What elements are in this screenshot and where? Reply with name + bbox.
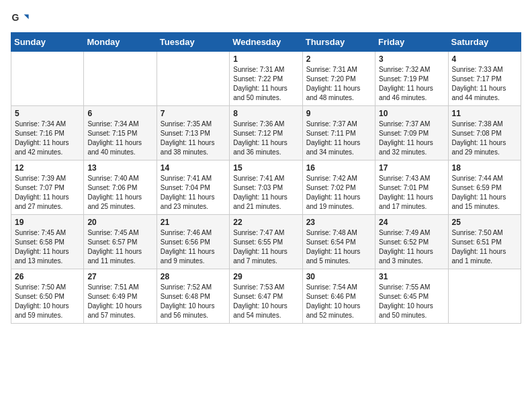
day-number: 21 [161,218,226,227]
day-info: Sunrise: 7:37 AM Sunset: 7:09 PM Dayligh… [379,120,444,157]
day-info: Sunrise: 7:51 AM Sunset: 6:49 PM Dayligh… [87,283,152,320]
day-number: 17 [379,163,444,173]
calendar-cell: 7Sunrise: 7:35 AM Sunset: 7:13 PM Daylig… [157,106,229,161]
day-number: 6 [87,109,152,118]
calendar-cell: 16Sunrise: 7:42 AM Sunset: 7:02 PM Dayli… [302,161,375,215]
calendar-cell: 28Sunrise: 7:52 AM Sunset: 6:48 PM Dayli… [157,269,229,324]
day-number: 22 [233,218,298,227]
day-number: 23 [306,218,371,227]
day-number: 10 [379,109,444,118]
day-number: 5 [15,109,80,118]
day-info: Sunrise: 7:54 AM Sunset: 6:46 PM Dayligh… [306,283,371,320]
day-number: 16 [306,163,371,173]
calendar-cell: 12Sunrise: 7:39 AM Sunset: 7:07 PM Dayli… [11,161,84,215]
day-info: Sunrise: 7:34 AM Sunset: 7:15 PM Dayligh… [87,120,152,157]
day-info: Sunrise: 7:49 AM Sunset: 6:52 PM Dayligh… [379,228,444,266]
day-number: 8 [233,109,298,118]
day-info: Sunrise: 7:48 AM Sunset: 6:54 PM Dayligh… [306,228,371,266]
calendar-cell: 23Sunrise: 7:48 AM Sunset: 6:54 PM Dayli… [302,215,375,269]
day-info: Sunrise: 7:38 AM Sunset: 7:08 PM Dayligh… [452,120,517,157]
day-info: Sunrise: 7:34 AM Sunset: 7:16 PM Dayligh… [15,120,80,157]
day-number: 2 [306,54,371,64]
day-info: Sunrise: 7:31 AM Sunset: 7:22 PM Dayligh… [233,65,298,103]
calendar-cell: 29Sunrise: 7:53 AM Sunset: 6:47 PM Dayli… [230,269,302,324]
logo-icon: G [11,11,30,30]
page-header: G [11,11,521,30]
calendar-cell: 30Sunrise: 7:54 AM Sunset: 6:46 PM Dayli… [302,269,375,324]
day-info: Sunrise: 7:46 AM Sunset: 6:56 PM Dayligh… [161,228,226,266]
calendar-cell: 1Sunrise: 7:31 AM Sunset: 7:22 PM Daylig… [230,52,302,106]
calendar-cell: 2Sunrise: 7:31 AM Sunset: 7:20 PM Daylig… [302,52,375,106]
calendar-cell: 14Sunrise: 7:41 AM Sunset: 7:04 PM Dayli… [157,161,229,215]
day-info: Sunrise: 7:47 AM Sunset: 6:55 PM Dayligh… [233,228,298,266]
day-number: 9 [306,109,371,118]
day-info: Sunrise: 7:45 AM Sunset: 6:58 PM Dayligh… [15,228,80,266]
calendar-cell [11,52,84,106]
calendar-cell: 31Sunrise: 7:55 AM Sunset: 6:45 PM Dayli… [375,269,448,324]
day-number: 19 [15,218,80,227]
day-number: 13 [87,163,152,173]
calendar-cell: 13Sunrise: 7:40 AM Sunset: 7:06 PM Dayli… [84,161,157,215]
col-header-sunday: Sunday [11,33,84,52]
day-number: 3 [379,54,444,64]
day-info: Sunrise: 7:41 AM Sunset: 7:04 PM Dayligh… [161,174,226,212]
calendar-cell [448,269,521,324]
day-info: Sunrise: 7:52 AM Sunset: 6:48 PM Dayligh… [161,283,226,320]
day-number: 20 [87,218,152,227]
day-number: 7 [161,109,226,118]
day-number: 4 [452,54,517,64]
col-header-wednesday: Wednesday [230,33,302,52]
calendar-cell: 10Sunrise: 7:37 AM Sunset: 7:09 PM Dayli… [375,106,448,161]
logo: G [11,11,32,30]
calendar-cell: 15Sunrise: 7:41 AM Sunset: 7:03 PM Dayli… [230,161,302,215]
calendar-cell: 26Sunrise: 7:50 AM Sunset: 6:50 PM Dayli… [11,269,84,324]
col-header-saturday: Saturday [448,33,521,52]
day-number: 26 [15,272,80,281]
day-info: Sunrise: 7:41 AM Sunset: 7:03 PM Dayligh… [233,174,298,212]
calendar-cell: 6Sunrise: 7:34 AM Sunset: 7:15 PM Daylig… [84,106,157,161]
day-info: Sunrise: 7:31 AM Sunset: 7:20 PM Dayligh… [306,65,371,103]
calendar-cell [157,52,229,106]
day-number: 30 [306,272,371,281]
col-header-monday: Monday [84,33,157,52]
col-header-thursday: Thursday [302,33,375,52]
day-number: 18 [452,163,517,173]
day-info: Sunrise: 7:44 AM Sunset: 6:59 PM Dayligh… [452,174,517,212]
day-number: 28 [161,272,226,281]
day-info: Sunrise: 7:32 AM Sunset: 7:19 PM Dayligh… [379,65,444,103]
day-number: 25 [452,218,517,227]
day-info: Sunrise: 7:33 AM Sunset: 7:17 PM Dayligh… [452,65,517,103]
calendar-cell: 21Sunrise: 7:46 AM Sunset: 6:56 PM Dayli… [157,215,229,269]
day-number: 31 [379,272,444,281]
day-info: Sunrise: 7:50 AM Sunset: 6:50 PM Dayligh… [15,283,80,320]
svg-text:G: G [11,12,19,23]
calendar-cell [84,52,157,106]
calendar-table: SundayMondayTuesdayWednesdayThursdayFrid… [11,32,521,324]
calendar-cell: 27Sunrise: 7:51 AM Sunset: 6:49 PM Dayli… [84,269,157,324]
calendar-cell: 9Sunrise: 7:37 AM Sunset: 7:11 PM Daylig… [302,106,375,161]
day-info: Sunrise: 7:39 AM Sunset: 7:07 PM Dayligh… [15,174,80,212]
day-info: Sunrise: 7:43 AM Sunset: 7:01 PM Dayligh… [379,174,444,212]
day-info: Sunrise: 7:42 AM Sunset: 7:02 PM Dayligh… [306,174,371,212]
col-header-friday: Friday [375,33,448,52]
day-info: Sunrise: 7:35 AM Sunset: 7:13 PM Dayligh… [161,120,226,157]
day-info: Sunrise: 7:55 AM Sunset: 6:45 PM Dayligh… [379,283,444,320]
day-info: Sunrise: 7:40 AM Sunset: 7:06 PM Dayligh… [87,174,152,212]
calendar-cell: 5Sunrise: 7:34 AM Sunset: 7:16 PM Daylig… [11,106,84,161]
day-number: 11 [452,109,517,118]
day-number: 1 [233,54,298,64]
day-info: Sunrise: 7:53 AM Sunset: 6:47 PM Dayligh… [233,283,298,320]
calendar-cell: 19Sunrise: 7:45 AM Sunset: 6:58 PM Dayli… [11,215,84,269]
calendar-cell: 17Sunrise: 7:43 AM Sunset: 7:01 PM Dayli… [375,161,448,215]
day-number: 15 [233,163,298,173]
calendar-cell: 3Sunrise: 7:32 AM Sunset: 7:19 PM Daylig… [375,52,448,106]
calendar-cell: 4Sunrise: 7:33 AM Sunset: 7:17 PM Daylig… [448,52,521,106]
calendar-cell: 24Sunrise: 7:49 AM Sunset: 6:52 PM Dayli… [375,215,448,269]
svg-marker-1 [24,15,29,19]
day-number: 14 [161,163,226,173]
day-info: Sunrise: 7:37 AM Sunset: 7:11 PM Dayligh… [306,120,371,157]
calendar-cell: 22Sunrise: 7:47 AM Sunset: 6:55 PM Dayli… [230,215,302,269]
calendar-cell: 11Sunrise: 7:38 AM Sunset: 7:08 PM Dayli… [448,106,521,161]
day-number: 12 [15,163,80,173]
day-info: Sunrise: 7:45 AM Sunset: 6:57 PM Dayligh… [87,228,152,266]
